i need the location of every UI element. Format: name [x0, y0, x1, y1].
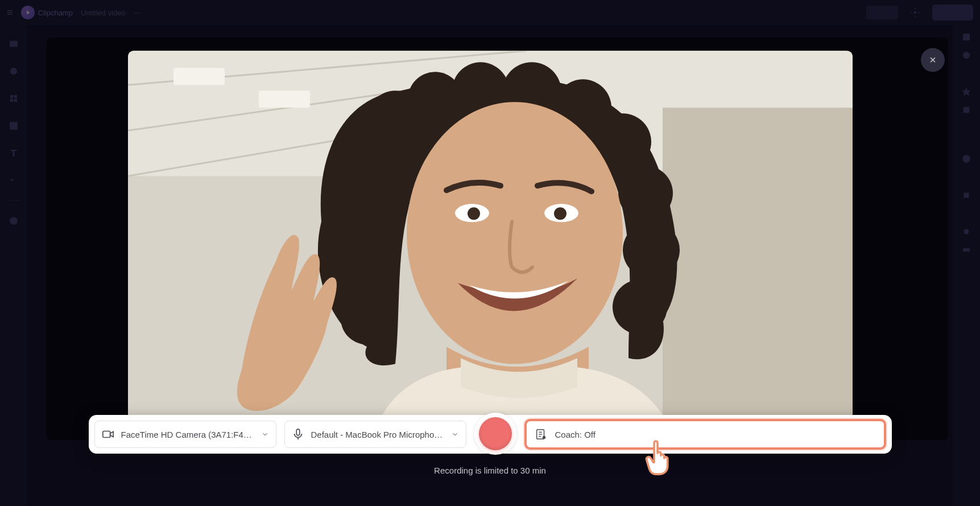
recording-limit-text: Recording is limited to 30 min	[434, 466, 546, 475]
svg-point-36	[341, 292, 393, 344]
microphone-label: Default - MacBook Pro Microphone (...	[311, 430, 444, 439]
record-button-wrap	[474, 413, 516, 455]
coach-label: Coach: Off	[555, 430, 596, 439]
svg-rect-23	[663, 108, 853, 440]
coach-selector[interactable]: Coach: Off	[524, 419, 886, 450]
svg-rect-22	[259, 90, 310, 108]
svg-rect-44	[102, 431, 110, 438]
camera-selector[interactable]: FaceTime HD Camera (3A71:F4B5)	[94, 421, 276, 448]
svg-point-41	[554, 207, 567, 220]
microphone-icon	[292, 428, 304, 441]
camera-icon	[102, 428, 114, 441]
recording-controls: FaceTime HD Camera (3A71:F4B5) Default -…	[89, 415, 892, 454]
record-button[interactable]	[479, 417, 512, 450]
close-icon	[928, 55, 937, 64]
microphone-selector[interactable]: Default - MacBook Pro Microphone (...	[284, 421, 466, 448]
tutorial-pointer	[638, 435, 680, 480]
svg-point-39	[468, 207, 480, 220]
svg-point-32	[623, 221, 680, 278]
chevron-down-icon	[451, 430, 459, 438]
svg-point-33	[613, 279, 667, 334]
svg-point-51	[542, 436, 545, 439]
chevron-down-icon	[261, 430, 269, 438]
svg-point-34	[328, 183, 383, 237]
camera-preview	[128, 51, 853, 440]
svg-point-37	[407, 102, 623, 364]
pointer-hand-icon	[638, 435, 680, 478]
coach-icon	[535, 428, 547, 441]
camera-label: FaceTime HD Camera (3A71:F4B5)	[121, 430, 254, 439]
close-button[interactable]	[921, 48, 945, 72]
svg-rect-21	[173, 68, 225, 85]
svg-point-31	[618, 166, 673, 220]
recording-modal	[128, 51, 853, 440]
svg-rect-45	[296, 429, 300, 435]
